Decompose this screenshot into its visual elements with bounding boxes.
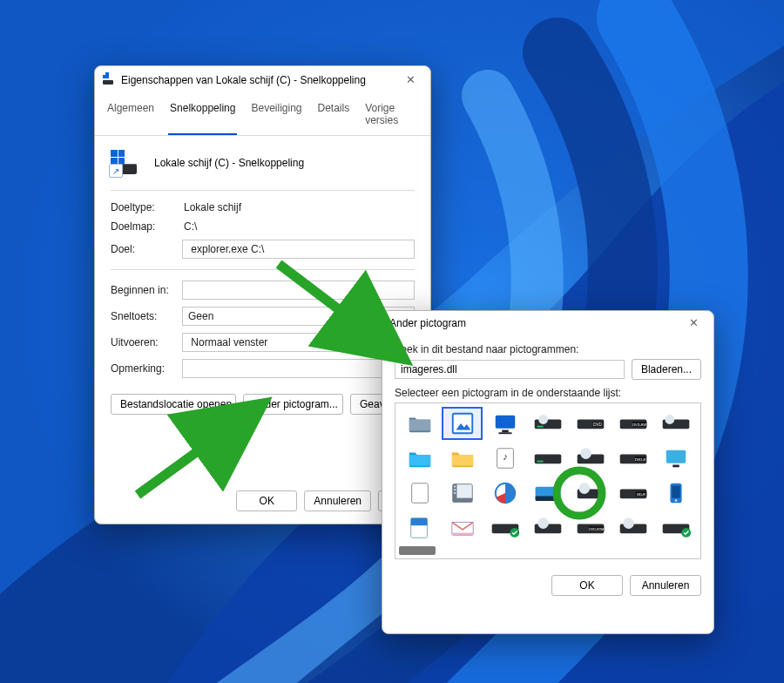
target-label: Doel:: [111, 243, 180, 255]
svg-text:DVD-ROM: DVD-ROM: [589, 528, 604, 531]
icon-item[interactable]: [656, 477, 697, 510]
icon-item[interactable]: [656, 511, 697, 544]
select-icon-label: Selecteer een pictogram in de onderstaan…: [395, 387, 701, 399]
dialog-ok-button[interactable]: OK: [551, 575, 623, 596]
icon-item[interactable]: [484, 511, 525, 544]
search-file-label: Zoek in dit bestand naar pictogrammen:: [395, 343, 701, 355]
svg-text:BD-R: BD-R: [637, 492, 645, 497]
shortcut-icon: ↗: [111, 150, 140, 176]
svg-rect-33: [411, 484, 428, 504]
icon-item[interactable]: [527, 477, 568, 510]
icon-item[interactable]: [613, 511, 654, 544]
icon-list-scrollbar[interactable]: [399, 546, 436, 555]
icon-item[interactable]: DVD-R: [613, 442, 654, 475]
svg-rect-8: [498, 432, 511, 434]
tabstrip: Algemeen Snelkoppeling Beveiliging Detai…: [95, 93, 430, 136]
svg-point-37: [454, 486, 456, 488]
svg-text:DVD-R: DVD-R: [635, 457, 646, 462]
ok-button[interactable]: OK: [236, 490, 297, 511]
hotkey-label: Sneltoets:: [111, 310, 180, 322]
icon-item[interactable]: [656, 407, 697, 440]
svg-point-50: [675, 499, 678, 502]
svg-rect-49: [672, 486, 680, 498]
svg-point-19: [666, 415, 675, 424]
svg-rect-36: [452, 498, 472, 503]
target-type-label: Doeltype:: [111, 201, 180, 213]
tab-details[interactable]: Details: [316, 98, 352, 135]
svg-rect-7: [502, 430, 509, 433]
window-title: Eigenschappen van Lokale schijf (C) - Sn…: [121, 74, 392, 86]
icon-item[interactable]: [571, 442, 612, 475]
target-input[interactable]: [182, 240, 415, 259]
svg-rect-24: [535, 455, 562, 464]
icon-item[interactable]: DVD-RW: [613, 407, 654, 440]
tab-general[interactable]: Algemeen: [105, 98, 156, 135]
comment-label: Opmerking:: [111, 362, 180, 375]
svg-point-44: [579, 483, 591, 494]
svg-point-11: [538, 415, 548, 424]
icon-item[interactable]: [399, 442, 440, 475]
icon-item[interactable]: [484, 407, 525, 440]
start-in-input[interactable]: [182, 281, 415, 300]
change-icon-button[interactable]: Ander pictogram...: [243, 394, 343, 415]
svg-point-27: [580, 448, 591, 459]
close-button[interactable]: ✕: [397, 73, 423, 86]
svg-rect-6: [496, 416, 516, 429]
icon-item[interactable]: [399, 407, 440, 440]
run-label: Uitvoeren:: [111, 336, 180, 348]
svg-rect-10: [537, 426, 543, 428]
icon-item[interactable]: [442, 442, 483, 475]
svg-rect-32: [673, 465, 680, 468]
svg-rect-5: [452, 414, 472, 434]
shortcut-overlay-icon: ↗: [109, 164, 123, 178]
icon-item[interactable]: [571, 477, 612, 510]
properties-window: Eigenschappen van Lokale schijf (C) - Sn…: [94, 65, 431, 524]
icon-item[interactable]: [527, 511, 568, 544]
tab-shortcut[interactable]: Snelkoppeling: [168, 98, 237, 135]
svg-rect-3: [103, 72, 105, 75]
svg-text:DVD-RW: DVD-RW: [633, 423, 647, 427]
svg-text:♪: ♪: [503, 451, 508, 462]
svg-rect-4: [409, 419, 429, 430]
dialog-cancel-button[interactable]: Annuleren: [630, 575, 701, 596]
icon-list: DVD DVD-RW ♪ DVD-R BD-R: [395, 402, 701, 559]
icon-item[interactable]: [442, 511, 483, 544]
icon-item[interactable]: ♪: [484, 442, 525, 475]
dialog-close-button[interactable]: ✕: [680, 316, 706, 329]
cancel-button[interactable]: Annuleren: [304, 490, 371, 511]
target-dir-value: C:\: [182, 220, 415, 233]
svg-rect-20: [409, 455, 429, 465]
tab-previous-versions[interactable]: Vorige versies: [363, 98, 420, 135]
run-select[interactable]: [182, 333, 415, 352]
svg-rect-25: [537, 461, 543, 463]
svg-text:DVD: DVD: [593, 423, 602, 427]
icon-file-input[interactable]: [395, 360, 625, 379]
icon-item[interactable]: [399, 477, 440, 510]
svg-rect-21: [452, 455, 473, 465]
comment-input[interactable]: [182, 359, 415, 378]
svg-point-39: [454, 492, 456, 494]
icon-item[interactable]: [399, 511, 440, 544]
start-in-label: Beginnen in:: [111, 284, 180, 296]
icon-item[interactable]: [656, 442, 697, 475]
icon-item[interactable]: DVD-ROM: [571, 511, 612, 544]
svg-rect-54: [452, 533, 473, 536]
icon-item[interactable]: [527, 442, 568, 475]
svg-point-58: [537, 517, 549, 529]
display-name: Lokale schijf (C) - Snelkoppeling: [154, 157, 304, 169]
dialog-title: Ander pictogram: [389, 317, 675, 329]
open-file-location-button[interactable]: Bestandslocatie openen: [111, 394, 236, 415]
tab-security[interactable]: Beveiliging: [249, 98, 303, 135]
icon-item[interactable]: [442, 477, 483, 510]
icon-item[interactable]: DVD: [571, 407, 612, 440]
icon-item[interactable]: [484, 477, 525, 510]
icon-item[interactable]: BD-R: [613, 477, 654, 510]
svg-rect-52: [410, 518, 427, 525]
icon-item[interactable]: [527, 407, 568, 440]
target-type-value: Lokale schijf: [182, 201, 415, 213]
icon-item[interactable]: [442, 407, 483, 440]
browse-button[interactable]: Bladeren...: [632, 359, 701, 380]
svg-rect-1: [103, 80, 113, 85]
titlebar-icon: [102, 71, 116, 88]
hotkey-input[interactable]: [182, 307, 415, 326]
